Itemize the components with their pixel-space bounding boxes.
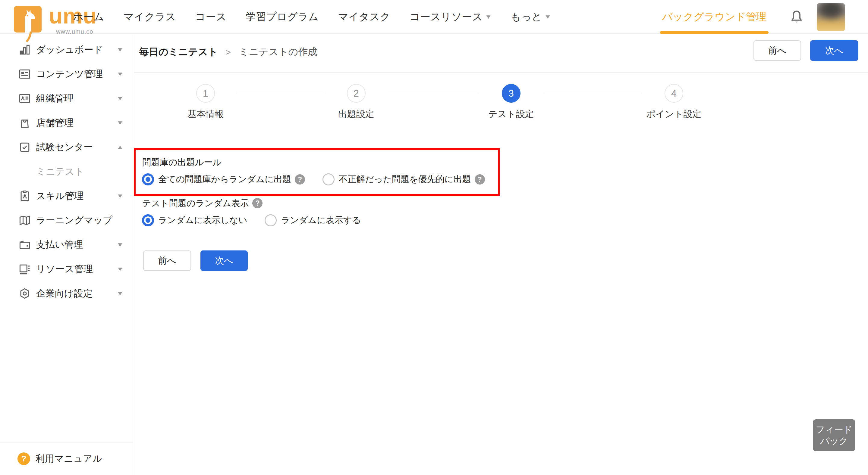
form-prev-button[interactable]: 前へ xyxy=(143,250,191,271)
chevron-down-icon: ▼ xyxy=(116,120,124,126)
chevron-down-icon: ▼ xyxy=(116,95,124,102)
payment-icon xyxy=(18,238,31,251)
chevron-down-icon: ▼ xyxy=(116,71,124,77)
step-connector xyxy=(543,93,642,93)
sidebar-item-skill-management[interactable]: スキル管理 ▼ xyxy=(0,183,133,208)
header-prev-button[interactable]: 前へ xyxy=(753,40,801,61)
nav-my-tasks[interactable]: マイタスク xyxy=(338,10,390,24)
radio-randomize[interactable]: ランダムに表示する xyxy=(265,214,361,226)
question-bank-rule-options: 全ての問題庫からランダムに出題 不正解だった問題を優先的に出題 xyxy=(142,173,485,185)
sidebar-subitem-mini-test[interactable]: ミニテスト xyxy=(0,159,133,183)
enterprise-settings-icon xyxy=(18,287,31,300)
header-next-button[interactable]: 次へ xyxy=(810,40,858,61)
step-1-circle: 1 xyxy=(196,84,215,103)
chevron-down-icon: ▼ xyxy=(116,266,124,272)
step-1-label: 基本情報 xyxy=(187,108,224,121)
radio-selected-icon[interactable] xyxy=(142,214,154,226)
active-tab-indicator xyxy=(660,31,769,34)
resource-icon xyxy=(18,263,31,276)
radio-selected-icon[interactable] xyxy=(142,173,154,185)
radio-unselected-icon[interactable] xyxy=(322,173,335,185)
radio-unselected-icon[interactable] xyxy=(265,214,277,226)
main-content: 毎日のミニテスト > ミニテストの作成 前へ 次へ 1 2 3 4 基本情報 出… xyxy=(134,34,868,475)
chevron-down-icon: ▼ xyxy=(116,241,124,248)
top-navigation: ホーム マイクラス コース 学習プログラム マイタスク コースリソース▼ もっと… xyxy=(73,0,551,34)
sidebar-item-enterprise-settings[interactable]: 企業向け設定 ▼ xyxy=(0,281,133,306)
breadcrumb-parent[interactable]: 毎日のミニテスト xyxy=(139,46,218,57)
notification-bell-icon[interactable] xyxy=(788,8,805,26)
chevron-down-icon: ▼ xyxy=(116,290,124,297)
random-display-label: テスト問題のランダム表示 xyxy=(142,197,262,209)
question-bank-rule-label: 問題庫の出題ルール xyxy=(142,156,221,168)
radio-prioritize-incorrect[interactable]: 不正解だった問題を優先的に出題 xyxy=(322,173,485,185)
sidebar-item-exam-center[interactable]: 試験センター ▲ xyxy=(0,135,133,159)
header-divider xyxy=(134,72,868,73)
step-4-circle: 4 xyxy=(664,84,683,103)
chevron-down-icon: ▼ xyxy=(116,46,124,53)
form-next-button[interactable]: 次へ xyxy=(200,250,248,271)
exam-center-icon xyxy=(18,141,31,154)
sidebar-item-resource-management[interactable]: リソース管理 ▼ xyxy=(0,257,133,281)
organization-icon xyxy=(18,92,31,105)
step-2-label: 出題設定 xyxy=(338,108,374,121)
sidebar-item-store-management[interactable]: 店舗管理 ▼ xyxy=(0,110,133,135)
chevron-down-icon: ▼ xyxy=(116,193,124,199)
nav-course-resources[interactable]: コースリソース▼ xyxy=(410,10,491,24)
random-display-options: ランダムに表示しない ランダムに表示する xyxy=(142,214,361,226)
nav-home[interactable]: ホーム xyxy=(73,10,104,24)
store-icon xyxy=(18,116,31,129)
radio-do-not-randomize[interactable]: ランダムに表示しない xyxy=(142,214,247,226)
nav-courses[interactable]: コース xyxy=(195,10,227,24)
step-3-circle: 3 xyxy=(502,84,521,103)
breadcrumb: 毎日のミニテスト > ミニテストの作成 xyxy=(139,45,317,58)
help-icon[interactable] xyxy=(475,174,485,184)
step-3-label: テスト設定 xyxy=(488,108,534,121)
giraffe-logo-icon xyxy=(13,4,47,42)
feedback-button[interactable]: フィード バック xyxy=(813,419,855,451)
step-connector xyxy=(388,93,479,93)
background-admin-tab[interactable]: バックグラウンド管理 xyxy=(659,0,770,34)
step-4-label: ポイント設定 xyxy=(647,108,702,121)
nav-more[interactable]: もっと▼ xyxy=(510,10,551,24)
dashboard-icon xyxy=(18,43,31,56)
chevron-up-icon: ▲ xyxy=(116,144,124,150)
highlight-rectangle xyxy=(134,148,500,196)
content-icon xyxy=(18,67,31,81)
help-icon[interactable] xyxy=(252,198,262,208)
user-avatar[interactable] xyxy=(817,3,845,31)
sidebar-item-organization-management[interactable]: 組織管理 ▼ xyxy=(0,86,133,110)
topbar: umu www.umu.co ホーム マイクラス コース 学習プログラム マイタ… xyxy=(0,0,868,34)
skill-icon xyxy=(18,189,31,203)
nav-learning-program[interactable]: 学習プログラム xyxy=(246,10,318,24)
map-icon xyxy=(18,214,31,227)
chevron-down-icon: ▼ xyxy=(485,13,492,20)
sidebar: ダッシュボード ▼ コンテンツ管理 ▼ 組織管理 ▼ 店舗管理 ▼ xyxy=(0,34,133,475)
step-connector xyxy=(238,93,324,93)
sidebar-item-learning-map[interactable]: ラーニングマップ xyxy=(0,208,133,232)
user-manual-link[interactable]: ? 利用マニュアル xyxy=(0,442,133,475)
avatar-image xyxy=(817,3,845,31)
chevron-down-icon: ▼ xyxy=(544,13,552,20)
step-2-circle: 2 xyxy=(347,84,366,103)
breadcrumb-separator: > xyxy=(226,47,230,57)
help-icon: ? xyxy=(18,452,30,465)
sidebar-item-content-management[interactable]: コンテンツ管理 ▼ xyxy=(0,62,133,86)
radio-random-from-all-banks[interactable]: 全ての問題庫からランダムに出題 xyxy=(142,173,305,185)
sidebar-item-payment-management[interactable]: 支払い管理 ▼ xyxy=(0,232,133,257)
nav-my-class[interactable]: マイクラス xyxy=(124,10,176,24)
breadcrumb-current: ミニテストの作成 xyxy=(239,46,318,57)
help-icon[interactable] xyxy=(295,174,305,184)
